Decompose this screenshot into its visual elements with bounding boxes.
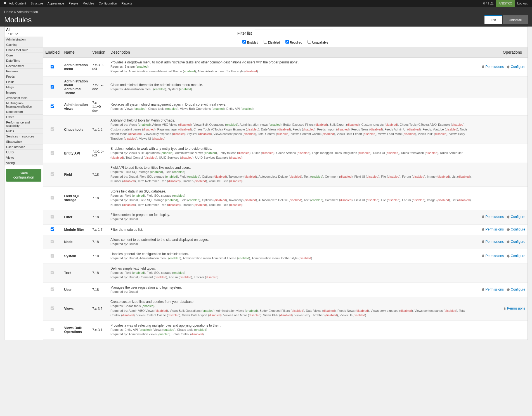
sidebar-item-multilingual-internationalization[interactable]: Multilingual - Internationalization: [4, 100, 43, 109]
module-operations: [476, 263, 528, 282]
th-version: Version: [90, 47, 108, 58]
module-description: Allows content to be submitted to the si…: [110, 238, 474, 242]
user-account-link[interactable]: ANDiTKO: [496, 0, 515, 7]
sidebar-all[interactable]: All: [4, 27, 43, 32]
svg-point-0: [491, 2, 492, 4]
toolbar-link-configuration[interactable]: Configuration: [96, 0, 119, 7]
sidebar-item-voting[interactable]: Voting: [4, 160, 43, 165]
sidebar-item-administration[interactable]: Administration: [4, 37, 43, 42]
configure-link[interactable]: Configure: [507, 65, 525, 69]
module-version: 7.x-3.1: [90, 320, 108, 339]
module-name: Views Bulk Operations: [62, 320, 90, 339]
filter-input[interactable]: [255, 30, 333, 37]
toolbar-link-add-content[interactable]: Add Content: [7, 0, 28, 7]
module-description: Field API to add fields to entities like…: [110, 166, 474, 170]
permissions-link[interactable]: Permissions: [481, 227, 504, 231]
sidebar-item-chaos-tool-suite[interactable]: Chaos tool suite: [4, 47, 43, 53]
module-operations: Permissions: [476, 297, 528, 321]
sidebar-item-caching[interactable]: Caching: [4, 42, 43, 47]
table-row: Module filter 7.x-1.7 Filter the modules…: [43, 224, 528, 235]
breadcrumb-admin[interactable]: Administration: [17, 10, 38, 14]
module-name: Filter: [62, 210, 90, 225]
module-description: Filters content in preparation for displ…: [110, 213, 474, 217]
module-name: User: [62, 282, 90, 297]
module-version: 7.18: [90, 210, 108, 225]
cb-enabled[interactable]: Enabled: [242, 41, 258, 44]
enable-checkbox: [51, 215, 54, 218]
sidebar-item-shadowbox[interactable]: Shadowbox: [4, 139, 43, 144]
module-description: Clean and minimal theme for the administ…: [110, 83, 474, 87]
permissions-link[interactable]: Permissions: [481, 240, 504, 244]
permissions-link[interactable]: Permissions: [503, 306, 525, 310]
enable-checkbox[interactable]: [51, 65, 54, 68]
configure-link[interactable]: Configure: [507, 287, 525, 291]
breadcrumb: Home » Administration: [4, 10, 528, 14]
sidebar-item-feeds[interactable]: Feeds: [4, 74, 43, 79]
sidebar-item-performance-and-scalability[interactable]: Performance and scalability: [4, 120, 43, 128]
enable-checkbox[interactable]: [51, 227, 54, 231]
configure-link[interactable]: Configure: [507, 240, 525, 244]
module-operations: [476, 144, 528, 163]
module-description: Handles general site configuration for a…: [110, 252, 474, 256]
module-name: Administration menu Adminimal Theme: [62, 77, 90, 98]
module-description: Defines simple text field types.: [110, 267, 474, 270]
admin-toolbar: Add ContentStructureAppearancePeopleModu…: [0, 0, 532, 7]
sidebar-item-user-interface[interactable]: User interface: [4, 144, 43, 149]
sidebar: All 15 of 142 AdministrationCachingChaos…: [4, 27, 43, 340]
module-version: 7.18: [90, 163, 108, 187]
modules-table: Enabled Name Version Description Operati…: [43, 47, 528, 340]
tab-uninstall[interactable]: Uninstall: [503, 15, 528, 24]
configure-link[interactable]: Configure: [507, 227, 525, 231]
module-description: A library of helpful tools by Merlin of …: [110, 118, 474, 122]
table-row: Administration menu Adminimal Theme 7.x-…: [43, 77, 528, 98]
toolbar-link-people[interactable]: People: [66, 0, 80, 7]
toolbar-link-modules[interactable]: Modules: [80, 0, 96, 7]
breadcrumb-home[interactable]: Home: [4, 10, 13, 14]
module-version: 7.x-1.7: [90, 224, 108, 235]
sidebar-item-fields[interactable]: Fields: [4, 79, 43, 84]
sidebar-item-javascript-tools[interactable]: Javascript tools: [4, 95, 43, 100]
sidebar-item-node-export[interactable]: Node export: [4, 109, 43, 114]
sidebar-item-uuid[interactable]: UUID: [4, 149, 43, 155]
module-operations: Permissions Configure: [476, 282, 528, 297]
module-name: Field SQL storage: [62, 186, 90, 210]
filter-label: Filter list: [237, 31, 252, 35]
table-row: Entity API 7.x-1.0-rc3 Enables modules t…: [43, 144, 528, 163]
module-version: 7.x-3.0-rc3: [90, 58, 108, 77]
sidebar-item-date-time[interactable]: Date/Time: [4, 58, 43, 63]
module-version: 7.18: [90, 282, 108, 297]
configure-link[interactable]: Configure: [507, 215, 525, 219]
module-description: Replaces all system object management pa…: [110, 103, 474, 106]
sidebar-item-views[interactable]: Views: [4, 155, 43, 160]
logout-link[interactable]: Log out: [515, 0, 530, 7]
cb-required[interactable]: Required: [285, 41, 302, 44]
enable-checkbox[interactable]: [51, 104, 54, 108]
toolbar-link-appearance[interactable]: Appearance: [45, 0, 66, 7]
sidebar-item-flags[interactable]: Flags: [4, 84, 43, 90]
toolbar-link-structure[interactable]: Structure: [28, 0, 45, 7]
sidebar-item-other[interactable]: Other: [4, 114, 43, 120]
enable-checkbox: [51, 172, 54, 176]
cb-disabled[interactable]: Disabled: [264, 41, 280, 44]
module-requires: Required by: Drupal: [110, 242, 474, 246]
sidebar-item-rules[interactable]: Rules: [4, 128, 43, 134]
tabs: ListUninstall: [484, 15, 528, 24]
tab-list[interactable]: List: [484, 15, 502, 24]
module-version: 7.x-1.x-dev: [90, 77, 108, 98]
enable-checkbox[interactable]: [51, 85, 54, 89]
toolbar-link-reports[interactable]: Reports: [119, 0, 134, 7]
sidebar-item-images[interactable]: Images: [4, 90, 43, 95]
sidebar-item-development[interactable]: Development: [4, 63, 43, 68]
permissions-link[interactable]: Permissions: [481, 254, 504, 258]
sidebar-item-core[interactable]: Core: [4, 53, 43, 58]
home-icon[interactable]: [2, 0, 7, 7]
permissions-link[interactable]: Permissions: [481, 287, 504, 291]
save-button[interactable]: Save configuration: [6, 169, 41, 182]
sidebar-item-services-resources[interactable]: Services - resources: [4, 134, 43, 139]
configure-link[interactable]: Configure: [507, 254, 525, 258]
module-requires: Required by: Views (enabled), Admin VBO …: [110, 122, 474, 141]
permissions-link[interactable]: Permissions: [481, 65, 504, 69]
sidebar-item-features[interactable]: Features: [4, 68, 43, 74]
permissions-link[interactable]: Permissions: [481, 215, 504, 219]
cb-unavailable[interactable]: Unavailable: [308, 41, 328, 44]
